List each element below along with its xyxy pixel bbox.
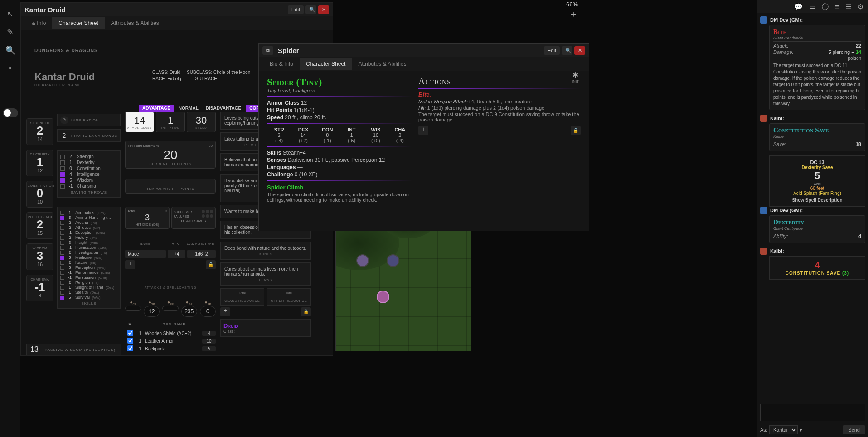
- ability-intelligence[interactable]: INTELLIGENCE215: [26, 212, 53, 239]
- tab-sheet[interactable]: Character Sheet: [52, 17, 104, 29]
- spider-tab-attr[interactable]: Attributes & Abilities: [352, 58, 412, 70]
- add-action-button[interactable]: +: [418, 126, 428, 135]
- equip-checkbox[interactable]: [127, 338, 133, 344]
- journal-icon[interactable]: ▭: [809, 3, 815, 10]
- skill-row[interactable]: -1Performance (Cha): [60, 270, 117, 275]
- char-search-button[interactable]: 🔍: [305, 5, 316, 14]
- chat-card[interactable]: Constitution SaveKalbeSave:18: [769, 123, 865, 151]
- ruler-icon[interactable]: ▪: [9, 63, 11, 73]
- spider-close-button[interactable]: ✕: [574, 46, 585, 55]
- skill-row[interactable]: 2Investigation (Int): [60, 250, 117, 255]
- ability-dexterity[interactable]: DEXTERITY112: [26, 150, 53, 176]
- advantage-button[interactable]: ADVANTAGE: [139, 105, 174, 112]
- dark-toggle[interactable]: [3, 108, 18, 117]
- skill-row[interactable]: 1Sleight of Hand (Dex): [60, 285, 117, 290]
- zoom-add-icon[interactable]: ＋: [566, 8, 578, 20]
- lock-resource-button[interactable]: 🔒: [301, 307, 311, 316]
- chat-card[interactable]: DexterityGiant CentipedeAbility:4: [769, 215, 865, 243]
- coin-SP[interactable]: ●SP12: [144, 300, 160, 317]
- ability-charisma[interactable]: CHARISMA-18: [26, 275, 53, 301]
- spell-card[interactable]: DC 13Dexterity Save 5Acid 60 feetAcid Sp…: [769, 155, 865, 207]
- skill-row[interactable]: -1Deception (Cha): [60, 230, 117, 235]
- pointer-icon[interactable]: ↖: [7, 9, 14, 19]
- skill-row[interactable]: 1Acrobatics (Dex): [60, 210, 117, 215]
- normal-button[interactable]: NORMAL: [176, 105, 201, 112]
- spider-ability-STR[interactable]: STR2(-4): [267, 127, 291, 143]
- constitution-card[interactable]: 4CONSTITUTION SAVE (3): [769, 256, 865, 280]
- spider-ability-CON[interactable]: CON8(-1): [315, 127, 339, 143]
- save-constitution[interactable]: 0Constitution: [60, 166, 117, 171]
- weapon-row[interactable]: Mace+41d6+2: [125, 250, 216, 258]
- token-centipede-1[interactable]: [356, 254, 369, 267]
- chat-card[interactable]: BiteGiant CentipedeAttack:22Damage:5 pie…: [769, 25, 865, 110]
- char-close-button[interactable]: ✕: [318, 5, 329, 14]
- equip-checkbox[interactable]: [127, 345, 133, 351]
- info-icon[interactable]: ⓘ: [822, 3, 829, 10]
- coin-CP[interactable]: ●CP: [125, 300, 141, 317]
- save-strength[interactable]: 2Strength: [60, 154, 117, 159]
- chat-icon[interactable]: 💬: [794, 3, 803, 10]
- tab-attr[interactable]: Attributes & Abilities: [105, 17, 165, 29]
- skill-row[interactable]: 5Medicine (Wis): [60, 255, 117, 260]
- spider-popout-button[interactable]: ⧉: [262, 46, 273, 55]
- coin-PP[interactable]: ●PP0: [200, 300, 216, 317]
- skill-row[interactable]: 2Arcana (Int): [60, 220, 117, 225]
- hit-dice[interactable]: Total3 3 HIT DICE (D8): [125, 207, 170, 229]
- bite-action[interactable]: Bite.: [418, 91, 581, 98]
- spider-ability-CHA[interactable]: CHA2(-4): [388, 127, 412, 143]
- show-spell-link[interactable]: Show Spell Description: [773, 198, 861, 203]
- skill-row[interactable]: -1Intimidation (Cha): [60, 245, 117, 250]
- class-resource[interactable]: TotalCLASS RESOURCE: [220, 288, 264, 306]
- initiative[interactable]: 1INITIATIVE: [156, 112, 185, 132]
- speak-as-select[interactable]: Kantar: [769, 425, 798, 434]
- search-icon[interactable]: 🔍: [5, 45, 15, 55]
- spider-tab-sheet[interactable]: Character Sheet: [300, 58, 352, 70]
- spider-ability-INT[interactable]: INT1(-5): [339, 127, 364, 143]
- init-badge[interactable]: ✱INIT: [572, 71, 579, 83]
- inventory-row[interactable]: 1Leather Armor10: [125, 338, 216, 345]
- other-resource[interactable]: TotalOTHER RESOURCE: [267, 288, 311, 306]
- send-button[interactable]: Send: [843, 425, 865, 434]
- skill-row[interactable]: -1Persuasion (Cha): [60, 275, 117, 280]
- chat-textarea[interactable]: [760, 404, 865, 421]
- tab-bio[interactable]: & Info: [25, 17, 52, 29]
- lock-weapons-button[interactable]: 🔒: [206, 260, 216, 269]
- add-weapon-button[interactable]: +: [125, 260, 135, 269]
- save-intelligence[interactable]: 4Intelligence: [60, 172, 117, 177]
- skill-row[interactable]: 2Nature (Int): [60, 260, 117, 265]
- list-icon[interactable]: ☰: [845, 3, 851, 10]
- skill-row[interactable]: 5Survival (Wis): [60, 295, 117, 300]
- skill-row[interactable]: 5Animal Handling (...: [60, 215, 117, 220]
- skill-row[interactable]: 2Religion (Int): [60, 280, 117, 285]
- ability-constitution[interactable]: CONSTITUTION010: [26, 181, 53, 208]
- save-charisma[interactable]: -1Charisma: [60, 184, 117, 189]
- save-dexterity[interactable]: 1Dexterity: [60, 160, 117, 165]
- spider-edit-button[interactable]: Edit: [544, 46, 560, 55]
- inventory-row[interactable]: 1Wooden Shield (AC+2)4: [125, 330, 216, 337]
- ability-strength[interactable]: STRENGTH214: [26, 118, 53, 145]
- skill-row[interactable]: 1Stealth (Dex): [60, 290, 117, 295]
- skill-row[interactable]: 2Athletics (Str): [60, 225, 117, 230]
- feature-druid[interactable]: DruidClass:: [220, 319, 311, 337]
- lock-actions-button[interactable]: 🔒: [571, 126, 581, 135]
- coin-GP[interactable]: ●GP235: [181, 300, 197, 317]
- disadvantage-button[interactable]: DISADVANTAGE: [203, 105, 244, 112]
- token-player[interactable]: [377, 291, 389, 303]
- gear-icon[interactable]: ⚙: [858, 3, 863, 10]
- inventory-row[interactable]: 1Backpack5: [125, 345, 216, 352]
- spider-tab-bio[interactable]: Bio & Info: [263, 58, 300, 70]
- death-saves[interactable]: SUCCESSES FAILURES DEATH SAVES: [171, 207, 216, 229]
- spider-search-button[interactable]: 🔍: [562, 46, 572, 55]
- add-resource-button[interactable]: +: [220, 307, 230, 316]
- save-wisdom[interactable]: 5Wisdom: [60, 178, 117, 183]
- skill-row[interactable]: 2History (Int): [60, 235, 117, 240]
- compendium-icon[interactable]: ≡: [835, 3, 839, 10]
- spider-ability-WIS[interactable]: WIS10(+0): [364, 127, 388, 143]
- ability-wisdom[interactable]: WISDOM316: [26, 243, 53, 270]
- skill-row[interactable]: 3Insight (Wis): [60, 240, 117, 245]
- skill-row[interactable]: 3Perception (Wis): [60, 265, 117, 270]
- battle-map[interactable]: [335, 229, 471, 351]
- inspiration-box[interactable]: ⟳ INSPIRATION: [57, 114, 121, 126]
- spider-ability-DEX[interactable]: DEX14(+2): [291, 127, 315, 143]
- coin-EP[interactable]: ●EP: [162, 300, 178, 317]
